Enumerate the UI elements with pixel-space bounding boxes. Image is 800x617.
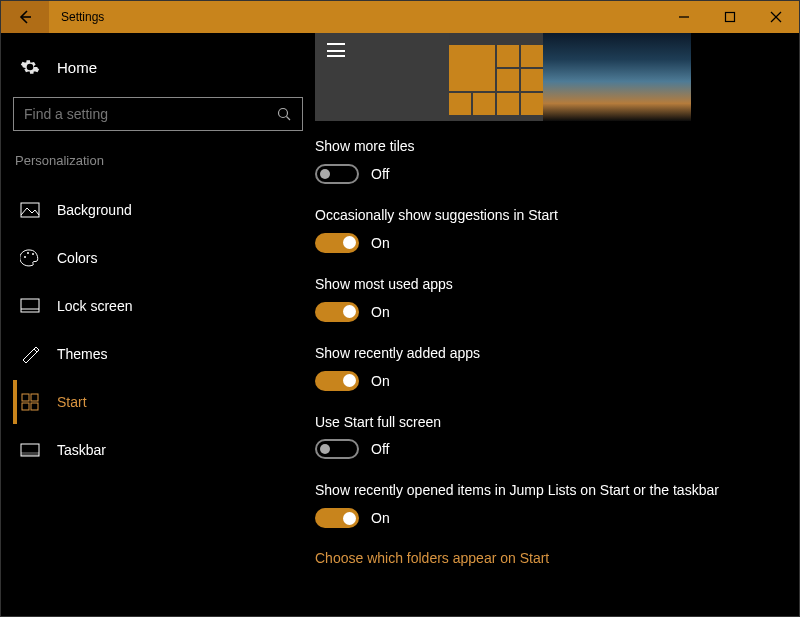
sidebar-item-taskbar[interactable]: Taskbar [13,428,303,472]
svg-rect-13 [22,394,29,401]
sidebar-item-label: Colors [57,250,97,266]
toggle-show-more-tiles[interactable] [315,164,359,184]
svg-rect-15 [22,403,29,410]
svg-rect-2 [726,13,735,22]
toggle-state: On [371,304,390,320]
minimize-button[interactable] [661,1,707,33]
themes-icon [19,345,41,363]
taskbar-icon [19,443,41,457]
setting-most-used: Show most used apps On [315,275,779,322]
maximize-button[interactable] [707,1,753,33]
svg-point-8 [24,256,26,258]
sidebar-item-colors[interactable]: Colors [13,236,303,280]
close-icon [770,11,782,23]
setting-suggestions: Occasionally show suggestions in Start O… [315,206,779,253]
main-content: Show more tiles Off Occasionally show su… [315,33,799,617]
toggle-state: On [371,373,390,389]
sidebar-item-start[interactable]: Start [13,380,303,424]
minimize-icon [678,11,690,23]
setting-full-screen: Use Start full screen Off [315,413,779,460]
sidebar-item-label: Taskbar [57,442,106,458]
sidebar-item-label: Themes [57,346,108,362]
search-input[interactable] [24,106,276,122]
palette-icon [19,249,41,267]
choose-folders-link[interactable]: Choose which folders appear on Start [315,550,779,566]
svg-rect-11 [21,299,39,312]
back-button[interactable] [1,1,49,33]
svg-rect-16 [31,403,38,410]
sidebar-item-label: Lock screen [57,298,132,314]
sidebar: Home Personalization Background Colors L… [1,33,315,617]
close-button[interactable] [753,1,799,33]
setting-label: Show most used apps [315,275,779,294]
setting-recently-added: Show recently added apps On [315,344,779,391]
home-button[interactable]: Home [13,51,303,83]
toggle-suggestions[interactable] [315,233,359,253]
toggle-state: On [371,235,390,251]
svg-point-5 [279,109,288,118]
start-icon [19,393,41,411]
titlebar: Settings [1,1,799,33]
toggle-state: On [371,510,390,526]
sidebar-item-lockscreen[interactable]: Lock screen [13,284,303,328]
hamburger-icon [327,43,345,55]
sidebar-item-label: Background [57,202,132,218]
sidebar-item-background[interactable]: Background [13,188,303,232]
svg-point-9 [27,252,29,254]
setting-label: Use Start full screen [315,413,779,432]
setting-jump-lists: Show recently opened items in Jump Lists… [315,481,779,528]
search-icon [276,106,292,122]
image-icon [19,202,41,218]
sidebar-item-themes[interactable]: Themes [13,332,303,376]
setting-show-more-tiles: Show more tiles Off [315,137,779,184]
toggle-recently-added[interactable] [315,371,359,391]
svg-rect-14 [31,394,38,401]
toggle-most-used[interactable] [315,302,359,322]
svg-point-10 [32,253,34,255]
svg-rect-18 [21,452,39,456]
setting-label: Show recently added apps [315,344,779,363]
home-label: Home [57,59,97,76]
arrow-left-icon [17,9,33,25]
toggle-state: Off [371,166,389,182]
setting-label: Occasionally show suggestions in Start [315,206,779,225]
search-box[interactable] [13,97,303,131]
sidebar-item-label: Start [57,394,87,410]
category-label: Personalization [13,153,303,168]
maximize-icon [724,11,736,23]
setting-label: Show recently opened items in Jump Lists… [315,481,779,500]
setting-label: Show more tiles [315,137,779,156]
lockscreen-icon [19,298,41,314]
toggle-full-screen[interactable] [315,439,359,459]
toggle-jump-lists[interactable] [315,508,359,528]
gear-icon [19,57,41,77]
svg-line-6 [287,117,291,121]
start-preview [315,33,691,121]
toggle-state: Off [371,441,389,457]
window-title: Settings [49,10,104,24]
svg-rect-7 [21,203,39,217]
